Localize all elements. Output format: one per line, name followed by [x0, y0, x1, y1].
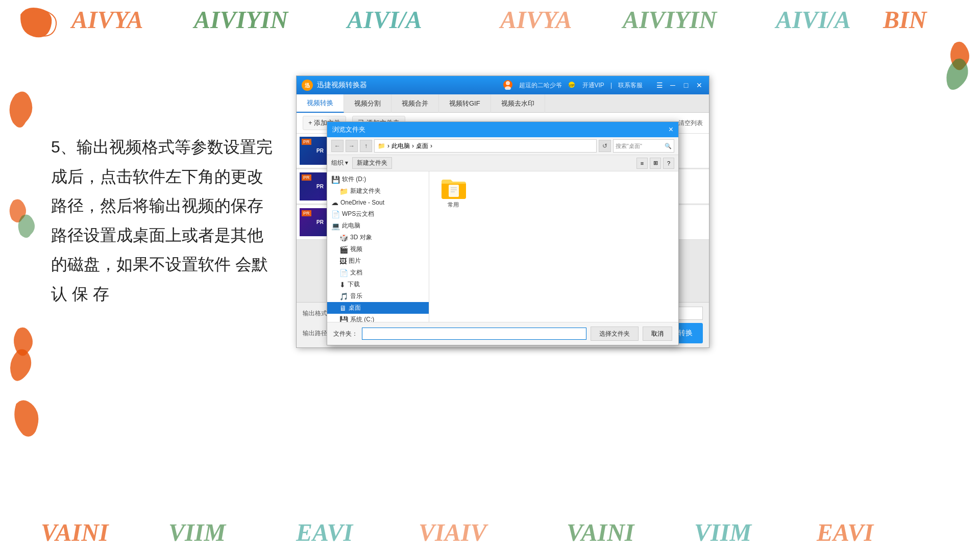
view-grid-btn[interactable]: ⊞ [650, 158, 661, 169]
dialog-body: 💾 软件 (D:) 📁 新建文件夹 ☁ OneDrive - Sout 📄 WP… [327, 171, 678, 322]
tree-label: 桌面 [349, 304, 361, 312]
tree-item-3d[interactable]: 🎲 3D 对象 [327, 232, 429, 243]
tree-item-onedrive[interactable]: ☁ OneDrive - Sout [327, 197, 429, 208]
instruction-text: 5、输出视频格式等参数设置完成后，点击软件左下角的更改路径，然后将输出视频的保存… [51, 133, 276, 309]
title-bar: 迅 迅捷视频转换器 超逗的二哈少爷 VIP [297, 76, 709, 94]
folder-icon-img [440, 178, 466, 199]
tree-label: 3D 对象 [350, 233, 372, 242]
svg-text:迅: 迅 [305, 83, 310, 88]
folder-name-input[interactable] [362, 328, 586, 340]
folder-icon: 📁 [339, 187, 348, 195]
dialog-close-btn[interactable]: × [669, 125, 673, 134]
view-controls: ≡ ⊞ ? [636, 158, 674, 169]
app-logo: 迅 [302, 80, 313, 91]
search-placeholder: 搜索"桌面" [616, 142, 642, 150]
tree-panel: 💾 软件 (D:) 📁 新建文件夹 ☁ OneDrive - Sout 📄 WP… [327, 171, 429, 322]
video-icon: 🎬 [339, 245, 348, 254]
tab-video-gif[interactable]: 视频转GIF [439, 94, 491, 113]
drive-icon: 💾 [331, 176, 340, 184]
minimize-btn[interactable]: ─ [668, 81, 677, 90]
tree-item-system-c[interactable]: 💾 系统 (C:) [327, 314, 429, 322]
tree-label: 文档 [350, 268, 362, 277]
select-folder-btn[interactable]: 选择文件夹 [591, 327, 639, 341]
nav-refresh-btn[interactable]: ↺ [599, 140, 611, 152]
tree-label: WPS云文档 [342, 210, 374, 218]
help-btn[interactable]: ? [663, 158, 674, 169]
file-dialog: 浏览文件夹 × ← → ↑ 📁 › 此电脑 › 桌面 › ↺ 搜索"桌面" 🔍 [327, 121, 679, 345]
nav-up-btn[interactable]: ↑ [360, 140, 372, 152]
menu-btn[interactable]: ☰ [655, 81, 664, 90]
breadcrumb-desktop[interactable]: 桌面 [416, 142, 428, 151]
dialog-title-bar: 浏览文件夹 × [327, 122, 678, 137]
thumb-label: PR [302, 210, 311, 216]
breadcrumb-sep2: › [412, 142, 414, 149]
new-folder-btn[interactable]: 新建文件夹 [352, 157, 392, 169]
tree-item-docs[interactable]: 📄 文档 [327, 267, 429, 279]
dialog-toolbar: 组织 ▾ 新建文件夹 ≡ ⊞ ? [327, 155, 678, 171]
cancel-btn[interactable]: 取消 [643, 327, 672, 341]
breadcrumb-separator: › [387, 142, 389, 149]
tree-label: 软件 (D:) [342, 175, 366, 184]
tree-item-video[interactable]: 🎬 视频 [327, 243, 429, 255]
tree-item-new-folder[interactable]: 📁 新建文件夹 [327, 185, 429, 197]
svg-text:VIP: VIP [569, 84, 575, 87]
view-list-btn[interactable]: ≡ [636, 158, 648, 169]
tree-item-software-d[interactable]: 💾 软件 (D:) [327, 173, 429, 185]
cloud-icon: ☁ [331, 198, 338, 207]
tree-label: 视频 [350, 245, 362, 254]
tab-video-convert[interactable]: 视频转换 [297, 94, 344, 113]
tab-video-merge[interactable]: 视频合并 [391, 94, 439, 113]
tree-label: 新建文件夹 [350, 187, 381, 195]
dialog-title: 浏览文件夹 [332, 125, 365, 134]
folder-item-common[interactable]: 常用 [435, 178, 471, 209]
svg-point-17 [506, 81, 510, 85]
folder-label: 常用 [448, 201, 459, 209]
search-box[interactable]: 搜索"桌面" 🔍 [613, 139, 674, 153]
nav-back-btn[interactable]: ← [331, 140, 344, 152]
username[interactable]: 超逗的二哈少爷 [519, 81, 562, 90]
dialog-footer: 文件夹： 选择文件夹 取消 [327, 322, 678, 345]
tab-video-split[interactable]: 视频分割 [344, 94, 391, 113]
tree-item-downloads[interactable]: ⬇ 下载 [327, 279, 429, 290]
title-bar-right: 超逗的二哈少爷 VIP 开通VIP | 联系客服 ☰ ─ □ ✕ [503, 80, 704, 91]
tree-label: 系统 (C:) [350, 315, 374, 322]
instruction-content: 5、输出视频格式等参数设置完成后，点击软件左下角的更改路径，然后将输出视频的保存… [51, 138, 273, 303]
user-avatar [503, 80, 513, 91]
open-vip[interactable]: 开通VIP [582, 81, 604, 90]
tree-item-this-pc[interactable]: 💻 此电脑 [327, 220, 429, 232]
music-icon: 🎵 [339, 292, 348, 300]
docs-icon: 📄 [339, 269, 348, 277]
breadcrumb[interactable]: 📁 › 此电脑 › 桌面 › [374, 139, 597, 153]
tree-label: 下载 [348, 280, 360, 289]
picture-icon: 🖼 [339, 257, 347, 265]
breadcrumb-sep3: › [430, 142, 432, 149]
clear-list-btn[interactable]: 清空列表 [678, 119, 703, 128]
pc-icon: 💻 [331, 222, 340, 230]
organize-btn[interactable]: 组织 ▾ [331, 159, 348, 167]
doc-icon: 📄 [331, 210, 340, 218]
close-btn[interactable]: ✕ [695, 81, 704, 90]
desktop-icon: 🖥 [339, 304, 347, 312]
tree-item-wps[interactable]: 📄 WPS云文档 [327, 208, 429, 220]
contact-service[interactable]: 联系客服 [618, 81, 643, 90]
tab-video-watermark[interactable]: 视频去水印 [491, 94, 545, 113]
tree-item-desktop[interactable]: 🖥 桌面 [327, 302, 429, 314]
dialog-nav: ← → ↑ 📁 › 此电脑 › 桌面 › ↺ 搜索"桌面" 🔍 [327, 137, 678, 155]
app-title: 迅捷视频转换器 [317, 81, 503, 90]
drive-c-icon: 💾 [339, 316, 348, 322]
breadcrumb-pc[interactable]: 此电脑 [391, 142, 410, 151]
breadcrumb-folder: 📁 [378, 142, 385, 149]
thumb-label: PR [302, 139, 311, 145]
tree-item-music[interactable]: 🎵 音乐 [327, 290, 429, 302]
download-icon: ⬇ [339, 281, 346, 289]
folder-input-label: 文件夹： [333, 330, 358, 338]
tree-item-pictures[interactable]: 🖼 图片 [327, 255, 429, 267]
maximize-btn[interactable]: □ [681, 81, 691, 90]
vip-btn[interactable]: VIP [568, 81, 576, 90]
thumb-label: PR [302, 174, 311, 181]
3d-icon: 🎲 [339, 234, 348, 242]
nav-forward-btn[interactable]: → [346, 140, 358, 152]
tree-label: 图片 [349, 257, 361, 265]
search-icon: 🔍 [665, 143, 672, 149]
tree-label: 音乐 [350, 292, 362, 300]
